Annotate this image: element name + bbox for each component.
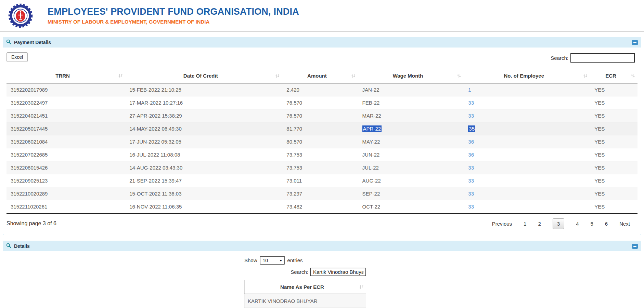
date-of-credit-cell: 17-MAR-2022 10:27:16 [125,96,282,109]
wage-month-cell: APR-22 [358,122,464,135]
org-subtitle: MINISTRY OF LABOUR & EMPLOYMENT, GOVERNM… [48,19,299,25]
ecr-cell: YES [590,96,637,109]
amount-cell: 73,297 [282,187,358,200]
employee-count-link[interactable]: 33 [468,178,474,184]
name-as-per-ecr-cell: KARTIK VINODRAO BHUYAR [245,294,366,308]
page-button-4[interactable]: 4 [576,221,579,227]
wage-month-cell: JAN-22 [358,83,464,96]
trrn-cell: 3152204021451 [7,109,125,122]
ecr-cell: YES [590,135,637,148]
details-table-header-row: Name As Per ECR [245,280,366,294]
column-header-ecr[interactable]: ECR [590,69,637,83]
date-of-credit-cell: 16-NOV-2022 11:06:35 [125,200,282,214]
employee-count-cell: 35 [464,122,590,135]
sort-both-icon [457,73,461,78]
wage-month-value: MAY-22 [362,139,380,145]
pagination-next[interactable]: Next [619,221,630,227]
column-label: No. of Employee [504,73,544,79]
column-header-amount[interactable]: Amount [282,69,358,83]
details-panel-header: Details [3,241,641,251]
amount-cell: 73,753 [282,161,358,174]
table-row: 315221002028915-OCT-2022 11:36:0373,297S… [7,187,637,200]
date-of-credit-cell: 15-FEB-2022 21:10:25 [125,83,282,96]
employee-count-value: 1 [468,87,471,93]
column-label: Amount [307,73,327,79]
employee-count-link[interactable]: 33 [468,113,474,119]
column-header-trrn[interactable]: TRRN [7,69,125,83]
table-row: 315220402145127-APR-2022 15:38:2976,570M… [7,109,637,122]
employee-count-link[interactable]: 33 [468,191,474,197]
table-row: 315220501744514-MAY-2022 06:49:3081,770A… [7,122,637,135]
column-header-wage-month[interactable]: Wage Month [358,69,464,83]
employee-count-value: 36 [468,139,474,145]
wage-month-value: JAN-22 [362,87,379,93]
employee-count-link[interactable]: 36 [468,139,474,145]
employee-count-link[interactable]: 33 [468,165,474,171]
pagination: Previous123456Next [492,218,637,229]
payment-table: TRRN Date Of Credit [7,69,637,214]
collapse-minus-icon[interactable] [632,244,638,249]
trrn-cell: 3152210020289 [7,187,125,200]
wage-month-value: JUN-22 [362,152,380,158]
payment-panel-header: Payment Details [3,37,641,48]
trrn-cell: 3152207022685 [7,148,125,161]
column-label: Wage Month [393,73,423,79]
payment-table-body: 315220201798915-FEB-2022 21:10:252,420JA… [7,83,637,213]
wage-month-cell: AUG-22 [358,174,464,187]
employee-count-cell: 36 [464,148,590,161]
employee-count-link[interactable]: 36 [468,152,474,158]
column-label: TRRN [55,73,70,79]
ecr-cell: YES [590,161,637,174]
column-label: Name As Per ECR [280,284,324,290]
column-header-name-as-per-ecr[interactable]: Name As Per ECR [245,280,366,294]
wage-month-cell: MAR-22 [358,109,464,122]
trrn-cell: 3152203022497 [7,96,125,109]
page-button-1[interactable]: 1 [524,221,526,227]
page-button-6[interactable]: 6 [605,221,608,227]
excel-button[interactable]: Excel [7,52,28,62]
wage-month-value: FEB-22 [362,100,380,106]
pagination-previous[interactable]: Previous [492,221,512,227]
date-of-credit-cell: 14-AUG-2022 03:43:30 [125,161,282,174]
ecr-cell: YES [590,174,637,187]
date-of-credit-cell: 27-APR-2022 15:38:29 [125,109,282,122]
collapse-minus-icon[interactable] [632,40,638,45]
showing-page-text: Showing page 3 of 6 [7,220,56,227]
payment-search-label: Search: [551,55,568,61]
details-search-input[interactable] [310,268,366,276]
page-button-2[interactable]: 2 [538,221,541,227]
employee-count-link[interactable]: 1 [468,87,471,93]
trrn-cell: 3152202017989 [7,83,125,96]
column-header-date-of-credit[interactable]: Date Of Credit [125,69,282,83]
wage-month-value: MAR-22 [362,113,381,119]
trrn-cell: 3152208015426 [7,161,125,174]
employee-count-value: 36 [468,152,474,158]
employee-count-value: 35 [468,125,475,132]
page-size-select[interactable]: 10 [260,256,285,265]
date-of-credit-cell: 17-JUN-2022 05:32:05 [125,135,282,148]
table-row: KARTIK VINODRAO BHUYAR [245,294,366,308]
amount-cell: 73,011 [282,174,358,187]
wage-month-value: APR-22 [362,125,382,132]
employee-count-link[interactable]: 33 [468,100,474,106]
ecr-cell: YES [590,122,637,135]
payment-table-header-row: TRRN Date Of Credit [7,69,637,83]
table-row: 315220602108417-JUN-2022 05:32:0580,570M… [7,135,637,148]
wage-month-value: OCT-22 [362,204,381,210]
wage-month-cell: OCT-22 [358,200,464,214]
column-header-no-of-employee[interactable]: No. of Employee [464,69,590,83]
search-icon [6,39,11,46]
sort-descending-icon [118,73,123,78]
page-button-5[interactable]: 5 [590,221,593,227]
page-button-3[interactable]: 3 [553,218,564,229]
table-row: 315220801542614-AUG-2022 03:43:3073,753J… [7,161,637,174]
employee-count-link[interactable]: 35 [468,125,475,132]
employee-count-cell: 33 [464,200,590,214]
sort-both-icon [583,73,588,78]
search-icon [6,243,11,250]
org-title: EMPLOYEES' PROVIDENT FUND ORGANISATION, … [48,6,299,17]
payment-search-input[interactable] [570,53,635,63]
table-row: 315220302249717-MAR-2022 10:27:1676,570F… [7,96,637,109]
epfo-logo-icon [7,3,34,29]
employee-count-link[interactable]: 33 [468,204,474,210]
